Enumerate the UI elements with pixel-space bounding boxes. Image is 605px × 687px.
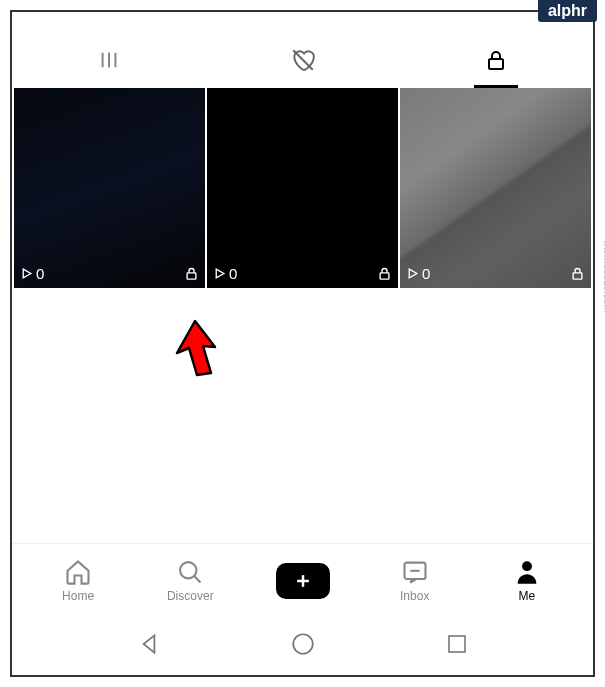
lock-icon (184, 266, 199, 281)
home-system-icon[interactable] (290, 631, 316, 657)
play-count: 0 (406, 265, 430, 282)
plus-icon (293, 571, 313, 591)
svg-rect-5 (187, 273, 196, 279)
back-icon[interactable] (136, 631, 162, 657)
system-nav-bar (12, 613, 593, 675)
tab-private[interactable] (399, 32, 593, 88)
video-grid: 0 0 0 (12, 88, 593, 288)
lock-icon (570, 266, 585, 281)
nav-home[interactable]: Home (22, 558, 134, 603)
content-tabs (12, 32, 593, 88)
inbox-icon (401, 558, 429, 586)
lock-icon (377, 266, 392, 281)
recents-icon[interactable] (445, 632, 469, 656)
play-icon (20, 267, 33, 280)
svg-rect-4 (489, 59, 503, 69)
play-count-value: 0 (229, 265, 237, 282)
tab-feed[interactable] (12, 32, 206, 88)
nav-label: Inbox (400, 589, 429, 603)
video-overlay: 0 (213, 265, 392, 282)
video-thumbnail[interactable]: 0 (207, 88, 398, 288)
home-icon (64, 558, 92, 586)
bottom-nav: Home Discover Inbox Me (12, 543, 593, 613)
heart-hidden-icon (290, 47, 316, 73)
play-count: 0 (20, 265, 44, 282)
svg-point-8 (180, 562, 196, 578)
alphr-badge: alphr (538, 0, 597, 22)
create-button[interactable] (246, 563, 358, 599)
search-icon (176, 558, 204, 586)
app-frame: 0 0 0 (10, 10, 595, 677)
nav-label: Me (519, 589, 536, 603)
lock-icon (484, 48, 508, 72)
play-count: 0 (213, 265, 237, 282)
svg-rect-16 (449, 636, 465, 652)
play-count-value: 0 (422, 265, 430, 282)
video-thumbnail[interactable]: 0 (400, 88, 591, 288)
video-overlay: 0 (20, 265, 199, 282)
svg-point-14 (522, 561, 532, 571)
play-icon (213, 267, 226, 280)
tab-liked[interactable] (206, 32, 400, 88)
person-icon (513, 558, 541, 586)
svg-line-9 (194, 576, 200, 582)
nav-label: Home (62, 589, 94, 603)
feed-icon (98, 49, 120, 71)
svg-rect-6 (380, 273, 389, 279)
play-count-value: 0 (36, 265, 44, 282)
nav-label: Discover (167, 589, 214, 603)
play-icon (406, 267, 419, 280)
video-overlay: 0 (406, 265, 585, 282)
nav-me[interactable]: Me (471, 558, 583, 603)
annotation-arrow-icon (167, 317, 222, 382)
svg-point-15 (294, 634, 314, 654)
video-thumbnail[interactable]: 0 (14, 88, 205, 288)
nav-inbox[interactable]: Inbox (359, 558, 471, 603)
nav-discover[interactable]: Discover (134, 558, 246, 603)
svg-rect-7 (573, 273, 582, 279)
